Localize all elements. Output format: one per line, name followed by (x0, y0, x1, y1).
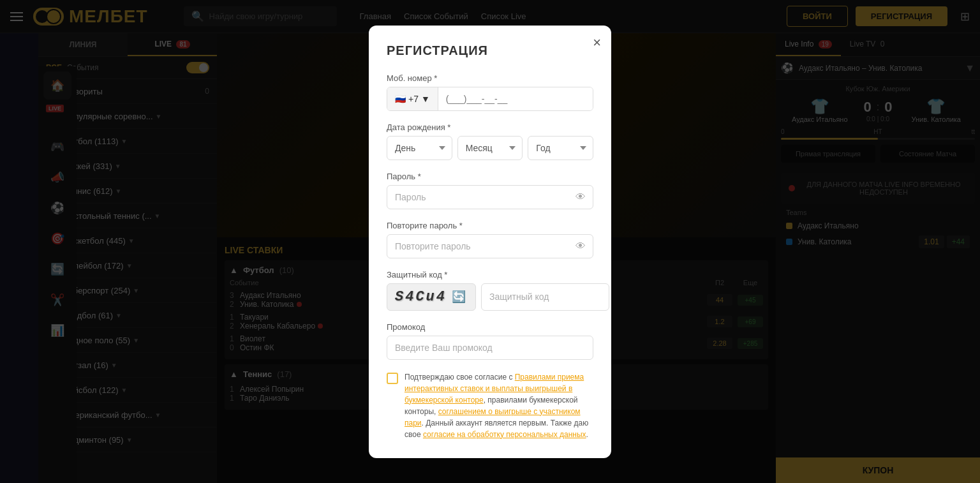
promo-input[interactable] (387, 336, 593, 360)
captcha-row: S4Cu4 🔄 (387, 283, 593, 311)
terms-checkbox[interactable] (387, 373, 398, 384)
captcha-label: Защитный код * (387, 270, 593, 279)
phone-input-wrapper: 🇷🇺 +7 ▼ (387, 87, 593, 111)
promo-label: Промокод (387, 322, 593, 332)
terms-link-3[interactable]: согласие на обработку персональных данны… (423, 430, 586, 439)
confirm-password-label: Повторите пароль * (387, 221, 593, 230)
confirm-password-group: Повторите пароль * 👁 (387, 221, 593, 258)
modal-close-button[interactable]: × (593, 36, 601, 50)
dob-year-select[interactable]: Год (528, 136, 593, 160)
dob-group: Дата рождения * День Месяц Год (387, 123, 593, 160)
dob-row: День Месяц Год (387, 136, 593, 160)
captcha-group: Защитный код * S4Cu4 🔄 (387, 270, 593, 311)
dob-day-select[interactable]: День (387, 136, 452, 160)
confirm-password-input[interactable] (387, 234, 593, 258)
refresh-captcha-button[interactable]: 🔄 (452, 290, 466, 304)
registration-modal: РЕГИСТРАЦИЯ × Моб. номер * 🇷🇺 +7 ▼ Дата … (369, 26, 611, 458)
flag-chevron-icon: ▼ (421, 94, 430, 104)
phone-number-input[interactable] (438, 87, 593, 110)
promo-group: Промокод (387, 322, 593, 360)
password-group: Пароль * 👁 (387, 172, 593, 209)
terms-row: Подтверждаю свое согласие с Правилами пр… (387, 371, 593, 440)
captcha-text: S4Cu4 (395, 289, 447, 305)
password-label: Пароль * (387, 172, 593, 181)
eye-icon[interactable]: 👁 (575, 191, 586, 203)
modal-title: РЕГИСТРАЦИЯ (387, 43, 593, 58)
eye-confirm-icon[interactable]: 👁 (575, 241, 586, 252)
phone-code: +7 (408, 94, 419, 104)
password-input[interactable] (387, 185, 593, 209)
password-input-wrapper: 👁 (387, 185, 593, 209)
captcha-input[interactable] (481, 283, 609, 311)
modal-overlay: РЕГИСТРАЦИЯ × Моб. номер * 🇷🇺 +7 ▼ Дата … (0, 0, 980, 483)
dob-label: Дата рождения * (387, 123, 593, 132)
terms-text: Подтверждаю свое согласие с Правилами пр… (405, 371, 593, 440)
russia-flag-icon: 🇷🇺 (395, 94, 406, 104)
phone-group: Моб. номер * 🇷🇺 +7 ▼ (387, 73, 593, 111)
captcha-image-box: S4Cu4 🔄 (387, 283, 476, 311)
confirm-password-input-wrapper: 👁 (387, 234, 593, 258)
phone-label: Моб. номер * (387, 73, 593, 83)
dob-month-select[interactable]: Месяц (457, 136, 523, 160)
phone-flag-selector[interactable]: 🇷🇺 +7 ▼ (387, 87, 438, 110)
